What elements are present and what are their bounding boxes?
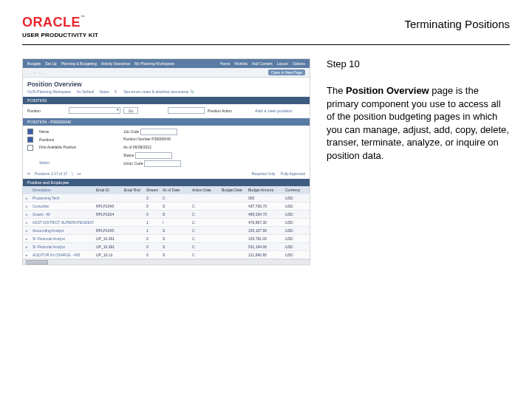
attachment-icon[interactable]: 📎 [190, 89, 194, 94]
cell: USD [283, 228, 310, 233]
cell: S [160, 212, 190, 216]
checkbox[interactable] [27, 137, 33, 143]
cell: S [160, 245, 190, 249]
section-position: POSITION [23, 97, 310, 104]
table-row[interactable]: ▸Accounting AnalystRPLP10451SC150,107.90… [23, 226, 310, 234]
cell: C [190, 236, 219, 241]
cell [190, 196, 219, 200]
field-label: Status [123, 153, 134, 157]
cell [219, 212, 246, 216]
jobcode-input[interactable] [140, 129, 177, 135]
table-row[interactable]: ▸Sr Financial AnalystUP_10.2910SC103,781… [23, 234, 310, 242]
horizontal-scrollbar[interactable] [23, 259, 310, 265]
cell: USD [283, 204, 310, 208]
cell [122, 204, 144, 208]
select-link[interactable]: Select [39, 160, 120, 167]
cell: USD [283, 253, 310, 257]
brand-block: ORACLE™ USER PRODUCTIVITY KIT [22, 15, 98, 38]
desc-pre: The [327, 85, 346, 96]
cell [94, 220, 122, 225]
cell: 0 [144, 236, 160, 241]
nav-item[interactable]: Activity Scenarios [101, 61, 130, 66]
table-body: ▸Processing Tech3C000USD▸CustodianRPLP10… [23, 194, 310, 259]
table-row[interactable]: ▸CustodianRPLP10450SC437,706.70USD [23, 202, 310, 210]
goto-workspace-link[interactable]: GoTo Planning Workspace [27, 89, 71, 94]
notes-count: 5 [115, 89, 117, 94]
nav-item[interactable]: Options [293, 61, 305, 66]
grid-summary-row: ⟳ Positions 1-17 of 17 |▪▪▪ Required Onl… [23, 170, 310, 177]
col-budgetdate[interactable]: Budget Date [219, 188, 246, 192]
cell: 0 [144, 253, 160, 257]
col-stream[interactable]: Stream [144, 188, 160, 192]
position-select[interactable] [69, 107, 120, 114]
cell: 103,781.00 [246, 236, 283, 241]
unioncode-input[interactable] [144, 160, 181, 167]
field-label: Job Code [123, 129, 139, 134]
cell [219, 220, 246, 225]
col-description[interactable]: Description [30, 188, 94, 192]
col-emplrcd[interactable]: Empl Rcd [122, 188, 144, 192]
instruction-panel: Step 10 The Position Overview page is th… [327, 58, 510, 265]
detail-grid: Name Job Code Positions Position Number … [23, 126, 310, 170]
page-links: GoTo Planning Workspace I'm Default Note… [23, 89, 310, 95]
col-currency[interactable]: Currency [283, 188, 310, 192]
nav-item[interactable]: Layout [277, 61, 288, 66]
cell: 0 [144, 245, 160, 249]
brand-text: ORACLE [22, 15, 81, 30]
nav-item[interactable]: My Planning Workspace [134, 61, 174, 66]
col-budgetamt[interactable]: Budget Amount [246, 188, 283, 192]
cell: 437,706.70 [246, 204, 283, 208]
nav-item[interactable]: Worklist [234, 61, 248, 66]
cell: ▸ [23, 245, 30, 249]
col-emplid[interactable]: Empl ID [94, 188, 122, 192]
asof-value: 06/08/2012 [133, 145, 151, 149]
col-asof[interactable]: As of Date [160, 188, 190, 192]
table-row[interactable]: ▸Guard - 40RPLP10240SC495,034.70USD [23, 210, 310, 218]
fully-approved-label: Fully Approved [281, 171, 305, 176]
cell: 0 [144, 204, 160, 208]
cell [122, 253, 144, 257]
positions-select[interactable] [56, 137, 100, 143]
cell: C [190, 245, 219, 249]
cell [219, 228, 246, 233]
status-input[interactable] [135, 152, 172, 159]
cell: Sr Financial Analyst [30, 245, 94, 249]
step-description: The Position Overview page is the primar… [327, 84, 510, 162]
field-label: As of [123, 145, 132, 149]
cell: ▸ [23, 196, 30, 200]
nav-item[interactable]: Planning & Budgeting [61, 61, 97, 66]
cell: RPLP1045 [94, 204, 122, 208]
cell: C [190, 228, 219, 233]
table-row[interactable]: ▸AUDITOR IN CHARGE - 400UP_10.L60SC121,8… [23, 250, 310, 259]
notes-link[interactable]: Notes [100, 89, 109, 94]
table-row[interactable]: ▸Processing Tech3C000USD [23, 194, 310, 202]
nav-item[interactable]: Budgets [27, 61, 41, 66]
cell: Processing Tech [30, 196, 94, 200]
cell: ▸ [23, 220, 30, 225]
table-row[interactable]: ▸ASST DISTRICT SUPERINTENDENT1IC476,897.… [23, 218, 310, 226]
name-select[interactable] [51, 129, 95, 135]
cell: 1 [144, 220, 160, 225]
table-row[interactable]: ▸Sr Financial AnalystUP_10.2910SC531,194… [23, 242, 310, 250]
checkbox[interactable] [27, 129, 33, 134]
nav-item[interactable]: Add Content [252, 61, 273, 66]
cell: C [190, 253, 219, 257]
nav-item[interactable]: Set Up [45, 61, 56, 66]
position-number-value: P30000040 [151, 137, 171, 141]
col-actiondate[interactable]: Action Date [190, 188, 219, 192]
scrollbar-thumb[interactable] [26, 260, 48, 265]
required-only-label: Required Only [252, 171, 276, 176]
desc-post: page is the primary component you use to… [327, 85, 509, 161]
position-input-2[interactable] [168, 107, 205, 114]
go-button[interactable]: Go [123, 107, 138, 114]
checkbox[interactable] [27, 145, 33, 151]
cell: RPLP1024 [94, 212, 122, 216]
product-name: USER PRODUCTIVITY KIT [22, 32, 98, 38]
cell: USD [283, 220, 310, 225]
add-new-position-link[interactable]: Add a new position [255, 109, 305, 113]
cell: S [160, 204, 190, 208]
im-default-link[interactable]: I'm Default [77, 89, 95, 94]
open-new-page-button[interactable]: Open in New Page [268, 69, 305, 75]
step-label: Step 10 [327, 58, 510, 69]
nav-item[interactable]: Home [220, 61, 230, 66]
